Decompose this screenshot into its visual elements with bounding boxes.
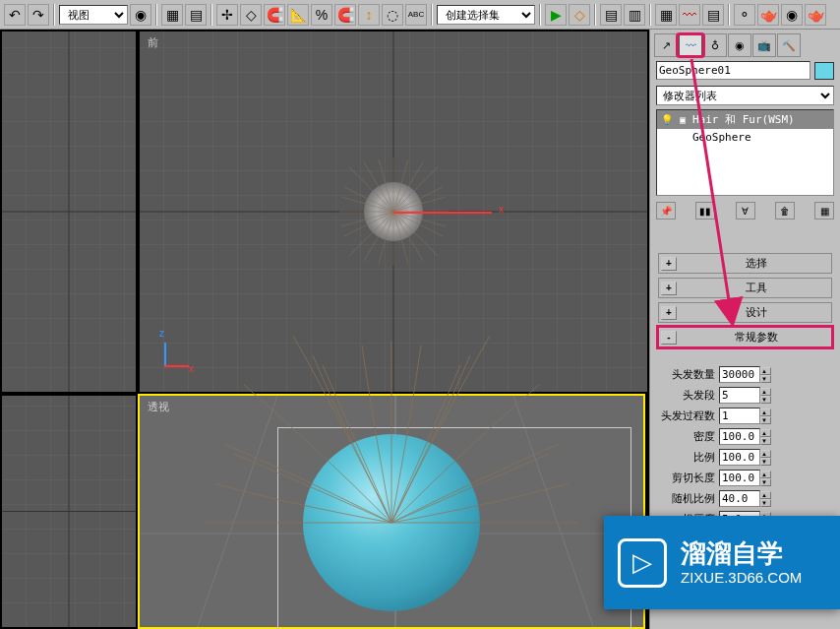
- material-button[interactable]: ⚬: [734, 4, 755, 26]
- spin-up-icon[interactable]: ▲: [760, 409, 771, 416]
- rollout-design: + 设计: [658, 302, 832, 323]
- layers-btn-3[interactable]: ▥: [624, 4, 645, 26]
- spin-up-icon[interactable]: ▲: [760, 429, 771, 437]
- undo-button[interactable]: ↶: [4, 4, 26, 26]
- timeconfig-button[interactable]: ◇: [569, 4, 590, 26]
- hair-pass-label: 头发过程数: [656, 409, 715, 423]
- spinner-snap-button[interactable]: 🧲: [334, 4, 356, 26]
- viewport-perspective[interactable]: 透视: [138, 394, 645, 629]
- spin-down-icon[interactable]: ▼: [760, 437, 771, 445]
- layers-btn-2[interactable]: ▤: [600, 4, 622, 26]
- utilities-tab[interactable]: 🔨: [777, 33, 801, 57]
- center-button[interactable]: ◉: [130, 4, 151, 26]
- play-icon: ▷: [618, 538, 667, 588]
- spin-down-icon[interactable]: ▼: [760, 499, 771, 507]
- render-setup-button[interactable]: ◉: [781, 4, 803, 26]
- rollout-tools: + 工具: [658, 278, 832, 298]
- angle-snap-button[interactable]: 📐: [287, 4, 309, 26]
- configure-sets-button[interactable]: ▦: [814, 202, 834, 220]
- tracks-button[interactable]: ▤: [702, 4, 724, 26]
- watermark-title: 溜溜自学: [681, 538, 802, 569]
- svg-line-26: [189, 396, 277, 627]
- select-button[interactable]: ▦: [161, 4, 183, 26]
- x-axis-handle[interactable]: [393, 212, 492, 214]
- modify-tab[interactable]: 〰: [679, 33, 702, 57]
- rand-scale-input[interactable]: [719, 490, 760, 507]
- hair-count-input[interactable]: [719, 366, 760, 383]
- spin-up-icon[interactable]: ▲: [760, 450, 771, 458]
- align-button[interactable]: ↕: [358, 4, 380, 26]
- cut-len-label: 剪切长度: [656, 471, 715, 485]
- viewport-front[interactable]: 前: [138, 30, 649, 394]
- hair-seg-input[interactable]: [719, 387, 760, 404]
- scale-input[interactable]: [719, 449, 760, 466]
- watermark-url: ZIXUE.3D66.COM: [681, 569, 802, 587]
- watermark: ▷ 溜溜自学 ZIXUE.3D66.COM: [604, 516, 840, 609]
- geosphere-persp-view[interactable]: [303, 434, 480, 611]
- rollout-design-header[interactable]: + 设计: [658, 302, 832, 323]
- render-quick-button[interactable]: 🫖: [805, 4, 826, 26]
- hair-seg-label: 头发段: [656, 388, 715, 403]
- density-label: 密度: [656, 429, 715, 444]
- object-color-swatch[interactable]: [814, 62, 834, 80]
- spin-down-icon[interactable]: ▼: [760, 375, 771, 383]
- hair-pass-input[interactable]: [719, 408, 760, 424]
- spin-up-icon[interactable]: ▲: [760, 471, 771, 478]
- stack-item-hair-fur[interactable]: 💡 ▣ Hair 和 Fur(WSM): [657, 110, 833, 129]
- scale-label: 比例: [656, 450, 715, 465]
- mirror-button[interactable]: ◇: [240, 4, 262, 26]
- unique-button[interactable]: ∀: [736, 202, 755, 220]
- spin-down-icon[interactable]: ▼: [760, 458, 771, 466]
- create-tab[interactable]: ↗: [654, 33, 678, 57]
- stack-item-geosphere[interactable]: GeoSphere: [657, 129, 833, 146]
- show-result-button[interactable]: ▮▮: [695, 202, 715, 220]
- rollout-selection-header[interactable]: + 选择: [658, 253, 832, 274]
- rollout-tools-header[interactable]: + 工具: [658, 278, 832, 298]
- object-name-input[interactable]: [656, 61, 810, 80]
- ref-coord-select[interactable]: 视图: [59, 5, 128, 25]
- spin-down-icon[interactable]: ▼: [760, 396, 771, 404]
- viewport-front-label: 前: [148, 35, 158, 50]
- display-tab[interactable]: 📺: [752, 33, 776, 57]
- hair-count-label: 头发数量: [656, 367, 715, 382]
- visibility-icon[interactable]: 💡: [661, 114, 673, 126]
- rand-scale-label: 随机比例: [656, 491, 715, 506]
- snap-3d-button[interactable]: 🧲: [264, 4, 285, 26]
- rollout-expand-icon: +: [661, 306, 677, 320]
- percent-snap-button[interactable]: %: [311, 4, 332, 26]
- modifier-stack[interactable]: 💡 ▣ Hair 和 Fur(WSM) GeoSphere: [656, 109, 834, 196]
- motion-tab[interactable]: ◉: [728, 33, 751, 57]
- rollout-general-params: - 常规参数: [658, 327, 832, 347]
- rollout-selection: + 选择: [658, 253, 832, 274]
- hierarchy-tab[interactable]: ♁: [703, 33, 727, 57]
- layers-button[interactable]: ▤: [185, 4, 207, 26]
- spin-down-icon[interactable]: ▼: [760, 416, 771, 424]
- abc-button[interactable]: ABC: [405, 4, 427, 26]
- cut-len-input[interactable]: [719, 470, 760, 486]
- viewport-top-left[interactable]: [0, 30, 138, 394]
- modifier-list-dropdown[interactable]: 修改器列表: [656, 86, 834, 105]
- redo-button[interactable]: ↷: [28, 4, 49, 26]
- viewport-bottom-left[interactable]: [0, 394, 138, 629]
- spin-down-icon[interactable]: ▼: [760, 478, 771, 486]
- keyframe-button[interactable]: ▶: [545, 4, 567, 26]
- schematic-button[interactable]: ▦: [655, 4, 677, 26]
- pin-stack-button[interactable]: 📌: [656, 202, 676, 220]
- remove-modifier-button[interactable]: 🗑: [775, 202, 795, 220]
- render-teapot-button[interactable]: 🫖: [757, 4, 779, 26]
- spin-up-icon[interactable]: ▲: [760, 367, 771, 375]
- viewport-persp-label: 透视: [148, 400, 169, 414]
- rollout-expand-icon: +: [661, 257, 677, 271]
- rollout-general-params-header[interactable]: - 常规参数: [658, 327, 832, 347]
- sel-rect-button[interactable]: ◌: [382, 4, 403, 26]
- sel-set-dropdown[interactable]: 创建选择集: [437, 5, 535, 25]
- tool-a-button[interactable]: ✢: [216, 4, 238, 26]
- curves-button[interactable]: 〰: [679, 4, 700, 26]
- density-input[interactable]: [719, 428, 760, 445]
- spin-up-icon[interactable]: ▲: [760, 491, 771, 499]
- axis-gizmo-front: zx: [159, 333, 199, 372]
- rollout-collapse-icon: -: [661, 331, 677, 345]
- expand-icon[interactable]: ▣: [677, 114, 689, 126]
- rollout-expand-icon: +: [661, 282, 677, 295]
- spin-up-icon[interactable]: ▲: [760, 388, 771, 396]
